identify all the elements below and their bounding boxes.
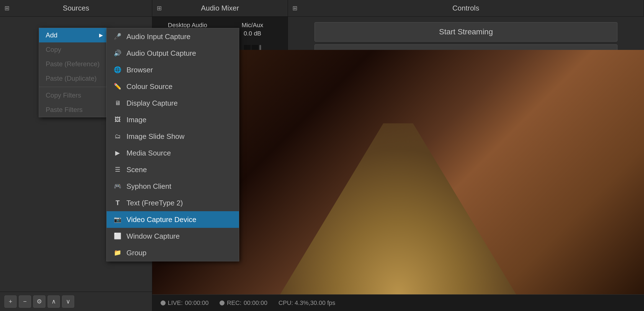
video-capture-device-icon: 📷 (113, 215, 122, 224)
submenu-scene[interactable]: ☰ Scene (107, 161, 239, 178)
rec-label: REC: (227, 299, 241, 307)
rec-time: 00:00:00 (244, 299, 267, 307)
scene-icon: ☰ (113, 165, 122, 174)
submenu-text-freetype-label: Text (FreeType 2) (127, 199, 183, 207)
submenu-audio-output[interactable]: 🔊 Audio Output Capture (107, 45, 239, 62)
add-source-button[interactable]: + (4, 295, 17, 308)
submenu-audio-input-label: Audio Input Capture (127, 32, 190, 41)
submenu-image-slide-show-label: Image Slide Show (127, 132, 185, 141)
pin-icon: ⊞ (4, 5, 9, 12)
submenu-window-capture[interactable]: ⬜ Window Capture (107, 228, 239, 244)
group-icon: 📁 (113, 248, 122, 257)
controls-pin-icon: ⊞ (292, 5, 297, 12)
media-source-icon: ▶ (113, 149, 122, 157)
context-menu-copy-filters: Copy Filters (39, 88, 106, 103)
display-capture-icon: 🖥 (113, 99, 122, 108)
submenu-text-freetype[interactable]: T Text (FreeType 2) (107, 195, 239, 211)
submenu-colour-source-label: Colour Source (127, 82, 172, 91)
live-time: 00:00:00 (185, 299, 209, 307)
submenu-browser-label: Browser (127, 66, 153, 74)
submenu-window-capture-label: Window Capture (127, 232, 180, 241)
cpu-stats: CPU: 4.3%,30.00 fps (279, 299, 335, 307)
context-menu-divider-1 (39, 87, 106, 87)
browser-icon: 🌐 (113, 65, 122, 74)
syphon-client-icon: 🎮 (113, 182, 122, 191)
controls-panel-title: Controls (452, 4, 479, 12)
status-bar: LIVE: 00:00:00 REC: 00:00:00 CPU: 4.3%,3… (152, 294, 644, 311)
colour-source-icon: ✏️ (113, 82, 122, 91)
submenu-display-capture-label: Display Capture (127, 99, 178, 108)
paste-dup-label: Paste (Duplicate) (46, 75, 97, 82)
image-icon: 🖼 (113, 115, 122, 124)
submenu-audio-output-label: Audio Output Capture (127, 49, 196, 58)
live-indicator (161, 300, 166, 305)
rec-status: REC: 00:00:00 (220, 299, 267, 307)
sources-panel-title: Sources (63, 4, 89, 12)
context-menu-paste-ref: Paste (Reference) (39, 57, 106, 71)
copy-filters-label: Copy Filters (46, 91, 81, 99)
start-streaming-button[interactable]: Start Streaming (315, 22, 617, 42)
submenu-browser[interactable]: 🌐 Browser (107, 62, 239, 78)
submenu-audio-input[interactable]: 🎤 Audio Input Capture (107, 28, 239, 45)
audio-input-icon: 🎤 (113, 32, 122, 41)
submenu: 🎤 Audio Input Capture 🔊 Audio Output Cap… (106, 28, 239, 261)
mic-aux-db: 0.0 dB (244, 30, 261, 37)
sources-panel-header: ⊞ Sources (0, 0, 152, 16)
submenu-image-label: Image (127, 116, 146, 124)
submenu-media-source-label: Media Source (127, 149, 171, 157)
add-label: Add (46, 31, 58, 39)
source-settings-button[interactable]: ⚙ (33, 295, 45, 308)
mic-aux-label: Mic/Aux (242, 22, 263, 29)
context-menu-paste-dup: Paste (Duplicate) (39, 71, 106, 86)
live-status: LIVE: 00:00:00 (161, 299, 208, 307)
mixer-panel-title: Audio Mixer (201, 4, 239, 12)
submenu-media-source[interactable]: ▶ Media Source (107, 145, 239, 161)
sources-toolbar: + − ⚙ ∧ ∨ (0, 292, 152, 311)
paste-ref-label: Paste (Reference) (46, 60, 100, 68)
audio-output-icon: 🔊 (113, 49, 122, 58)
submenu-image-slide-show[interactable]: 🗂 Image Slide Show (107, 128, 239, 145)
submenu-display-capture[interactable]: 🖥 Display Capture (107, 95, 239, 111)
live-label: LIVE: (168, 299, 183, 307)
text-freetype-icon: T (113, 198, 122, 207)
submenu-image[interactable]: 🖼 Image (107, 111, 239, 128)
submenu-syphon-client[interactable]: 🎮 Syphon Client (107, 178, 239, 195)
paste-filters-label: Paste Filters (46, 106, 83, 114)
submenu-group[interactable]: 📁 Group (107, 244, 239, 261)
submenu-group-label: Group (127, 249, 146, 257)
submenu-video-capture-device[interactable]: 📷 Video Capture Device (107, 211, 239, 228)
submenu-video-capture-device-label: Video Capture Device (127, 215, 196, 224)
submenu-syphon-client-label: Syphon Client (127, 182, 171, 191)
mixer-panel-header: ⊞ Audio Mixer (152, 0, 288, 16)
source-move-down-button[interactable]: ∨ (62, 295, 74, 308)
image-slide-show-icon: 🗂 (113, 132, 122, 141)
source-move-up-button[interactable]: ∧ (48, 295, 60, 308)
copy-label: Copy (46, 46, 61, 53)
context-menu: Add 🎤 Audio Input Capture 🔊 Audio Output… (39, 28, 107, 117)
sources-panel: Add 🎤 Audio Input Capture 🔊 Audio Output… (0, 17, 152, 311)
mixer-pin-icon: ⊞ (157, 5, 162, 12)
submenu-scene-label: Scene (127, 165, 147, 174)
submenu-colour-source[interactable]: ✏️ Colour Source (107, 78, 239, 95)
context-menu-copy: Copy (39, 42, 106, 57)
context-menu-paste-filters: Paste Filters (39, 103, 106, 117)
rec-indicator (220, 300, 225, 305)
remove-source-button[interactable]: − (19, 295, 31, 308)
top-bar: ⊞ Sources ⊞ Audio Mixer ⊞ Controls (0, 0, 644, 17)
window-capture-icon: ⬜ (113, 232, 122, 241)
context-menu-add[interactable]: Add 🎤 Audio Input Capture 🔊 Audio Output… (39, 28, 106, 42)
controls-panel-header: ⊞ Controls (288, 0, 644, 16)
